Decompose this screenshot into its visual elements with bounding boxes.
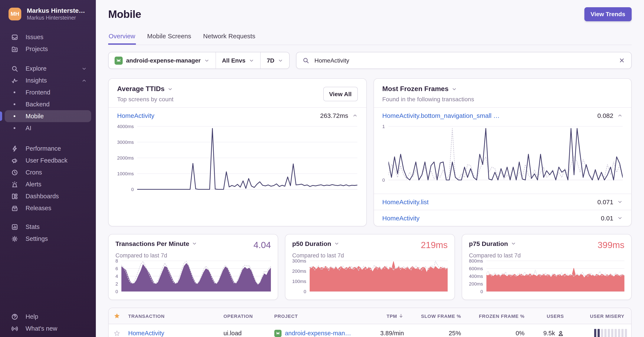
page-title: Mobile — [108, 8, 141, 20]
sidebar-item-label: Dashboards — [26, 193, 59, 200]
sidebar-item-frontend[interactable]: Frontend — [5, 86, 91, 98]
frozen-row: HomeActivity.list 0.071 — [374, 194, 631, 210]
p75-duration-card: p75 Duration 399ms Compared to last 7d 8… — [462, 234, 632, 300]
sidebar-item-dashboards[interactable]: Dashboards — [5, 190, 91, 202]
ttid-value: 263.72ms — [320, 112, 348, 119]
page-header: Mobile View Trends — [108, 7, 632, 21]
stat-cards-row: Transactions Per Minute 4.04 Compared to… — [108, 234, 632, 300]
col-tpm[interactable]: TPM — [356, 313, 408, 319]
average-ttids-title[interactable]: Average TTIDs — [117, 85, 174, 93]
view-all-button[interactable]: View All — [323, 87, 358, 101]
project-selector[interactable]: android-expense-manager — [108, 52, 216, 68]
view-trends-button[interactable]: View Trends — [584, 7, 632, 21]
col-project[interactable]: Project — [271, 313, 357, 319]
sidebar-item-backend[interactable]: Backend — [5, 98, 91, 110]
y-axis-tick: 1 — [382, 124, 385, 129]
sidebar-item-releases[interactable]: Releases — [5, 202, 91, 214]
most-frozen-frames-title[interactable]: Most Frozen Frames — [382, 85, 474, 93]
expand-row-icon[interactable] — [617, 215, 623, 221]
tab-mobile-screens[interactable]: Mobile Screens — [147, 30, 192, 45]
misery-bar-empty — [604, 329, 606, 337]
transaction-link[interactable]: HomeActivity — [382, 214, 420, 222]
environment-selector[interactable]: All Envs — [216, 52, 260, 68]
sidebar-item-alerts[interactable]: Alerts — [5, 178, 91, 190]
col-transaction[interactable]: Transaction — [125, 313, 220, 319]
sidebar-item-label: Settings — [26, 235, 48, 242]
col-frozen-frame[interactable]: Frozen Frame % — [464, 313, 528, 319]
tpm-chart-svg — [122, 260, 271, 292]
person-icon — [558, 330, 564, 336]
col-slow-frame[interactable]: Slow Frame % — [408, 313, 464, 319]
collapse-row-icon[interactable] — [617, 113, 623, 118]
sidebar-item-help[interactable]: Help — [5, 311, 91, 323]
frozen-frames-value: 0.01 — [601, 214, 613, 222]
misery-bar-filled — [594, 329, 596, 337]
sidebar-item-issues[interactable]: Issues — [5, 31, 91, 43]
sidebar-item-ai[interactable]: AI — [5, 122, 91, 134]
p75-title[interactable]: p75 Duration — [469, 240, 516, 247]
collapse-row-icon[interactable] — [352, 113, 358, 118]
user-menu[interactable]: MH Markus Hintersteiner Markus Hinterste… — [0, 0, 96, 21]
sidebar-item-label: Mobile — [26, 113, 44, 120]
sidebar-item-mobile[interactable]: Mobile — [5, 110, 91, 122]
sidebar-section-1: ExploreInsightsFrontendBackendMobileAI — [0, 62, 96, 134]
p50-subtitle: Compared to last 7d — [285, 250, 454, 259]
y-axis-tick: 2 — [116, 281, 118, 286]
sidebar-item-user-feedback[interactable]: User Feedback — [5, 154, 91, 166]
sidebar-nav: IssuesProjectsExploreInsightsFrontendBac… — [0, 21, 96, 311]
star-filled-icon[interactable] — [108, 313, 125, 319]
project-link[interactable]: android-expense-manager — [285, 330, 353, 337]
sidebar-item-projects[interactable]: Projects — [5, 43, 91, 55]
tpm-title[interactable]: Transactions Per Minute — [116, 240, 198, 247]
y-axis-tick: 1000ms — [117, 171, 134, 176]
user-name: Markus Hintersteiner — [27, 7, 86, 14]
sidebar-item-what-s-new[interactable]: What's new — [5, 323, 91, 335]
p75-area-chart — [486, 260, 624, 292]
transaction-link[interactable]: HomeActivity — [128, 330, 164, 337]
chevron-up-icon — [81, 78, 87, 83]
sidebar-item-stats[interactable]: Stats — [5, 221, 91, 233]
clear-search-icon[interactable] — [618, 57, 625, 64]
y-axis-tick: 100ms — [292, 279, 306, 284]
p50-title[interactable]: p50 Duration — [292, 240, 339, 247]
sidebar-item-settings[interactable]: Settings — [5, 233, 91, 245]
table-row: HomeActivity ui.load android-expense-man… — [108, 324, 631, 337]
transaction-link[interactable]: HomeActivity — [117, 112, 154, 119]
search-input[interactable] — [314, 57, 614, 64]
tab-overview[interactable]: Overview — [108, 30, 136, 45]
sidebar-item-performance[interactable]: Performance — [5, 143, 91, 154]
y-axis-tick: 300ms — [292, 258, 306, 263]
chevron-down-icon — [168, 86, 173, 92]
col-operation[interactable]: Operation — [220, 313, 271, 319]
misery-bar-empty — [601, 329, 603, 337]
archive-icon — [11, 204, 18, 212]
misery-bar-filled — [598, 329, 600, 337]
filter-bar: android-expense-manager All Envs 7D — [108, 52, 632, 69]
transaction-link[interactable]: HomeActivity.list — [382, 198, 429, 206]
sidebar-item-crons[interactable]: Crons — [5, 166, 91, 178]
tpm-cell: 3.89/min — [356, 330, 408, 337]
col-users[interactable]: Users — [528, 313, 567, 319]
android-project-icon — [114, 56, 123, 64]
sidebar-item-explore[interactable]: Explore — [5, 62, 91, 74]
lightning-icon — [11, 145, 18, 152]
y-axis-labels: 86420 — [116, 260, 122, 292]
star-outline-icon[interactable] — [108, 330, 125, 336]
sidebar-item-label: Releases — [26, 205, 51, 212]
col-user-misery[interactable]: User Misery — [567, 313, 631, 319]
transaction-link[interactable]: HomeActivity.bottom_navigation_small … — [382, 112, 500, 119]
sidebar-item-label: Help — [26, 313, 38, 320]
broadcast-icon — [11, 325, 18, 332]
sidebar-item-insights[interactable]: Insights — [5, 74, 91, 86]
most-frozen-frames-subtitle: Found in the following transactions — [382, 96, 474, 102]
frozen-chart-svg — [388, 126, 622, 180]
y-axis-tick: 200ms — [292, 269, 306, 274]
expand-row-icon[interactable] — [617, 199, 623, 205]
tab-network-requests[interactable]: Network Requests — [203, 30, 256, 45]
ttid-chart-block: 4000ms3000ms2000ms1000ms0 — [108, 123, 366, 190]
p75-subtitle: Compared to last 7d — [462, 250, 631, 259]
chevron-down-icon — [204, 58, 210, 63]
sidebar-item-label: Backend — [26, 101, 50, 108]
frozen-chart-block: 10 — [374, 123, 631, 180]
date-range-selector[interactable]: 7D — [260, 52, 290, 68]
